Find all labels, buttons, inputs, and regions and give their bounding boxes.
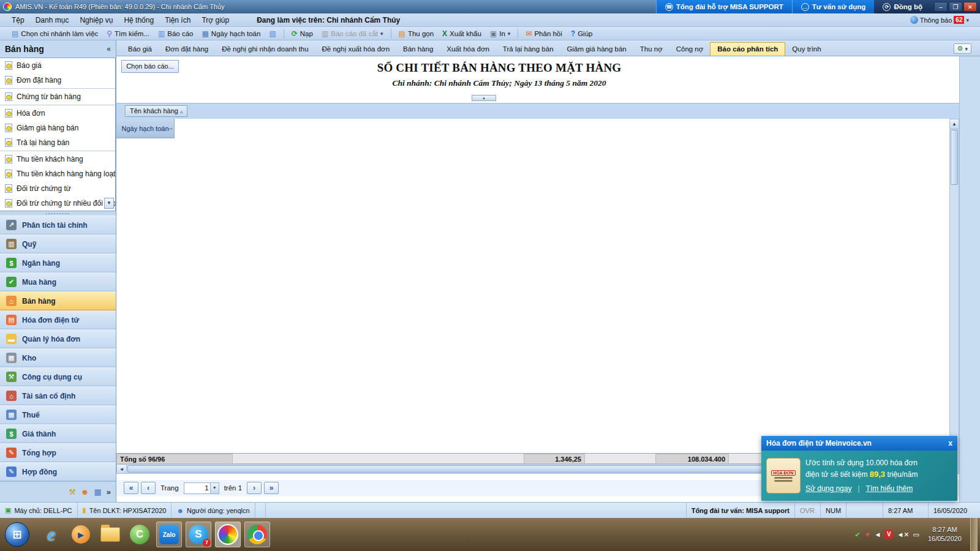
show-desktop-button[interactable] <box>970 518 978 551</box>
module-Ngân hàng[interactable]: $Ngân hàng <box>0 253 116 272</box>
prev-page-button[interactable]: ‹ <box>141 482 156 494</box>
tab-Quy trình[interactable]: Quy trình <box>785 43 827 56</box>
sidebar-item-Giảm giá hàng bán[interactable]: Giảm giá hàng bán <box>0 121 115 135</box>
next-page-button[interactable]: › <box>247 482 262 494</box>
sidebar-item-Thu tiền khách hàng hàng loạt[interactable]: Thu tiền khách hàng hàng loạt <box>0 167 115 181</box>
module-Hợp đồng[interactable]: ✎Hợp đồng <box>0 462 116 481</box>
use-now-link[interactable]: Sử dụng ngay <box>805 483 851 495</box>
reload-button[interactable]: ⟳Nạp <box>287 29 317 39</box>
menu-item-Trợ giúp[interactable]: Trợ giúp <box>196 15 235 26</box>
tray-check-icon[interactable]: ✔ <box>854 531 860 539</box>
tab-Báo cáo phân tích[interactable]: Báo cáo phân tích <box>710 42 785 56</box>
skype-icon[interactable]: S 7 <box>186 522 211 547</box>
tray-speaker-icon[interactable]: ◄ <box>875 531 881 538</box>
menu-item-Hệ thống[interactable]: Hệ thống <box>118 15 159 26</box>
menu-item-Tệp[interactable]: Tệp <box>6 15 30 26</box>
tab-Đơn đặt hàng[interactable]: Đơn đặt hàng <box>159 43 215 56</box>
media-player-icon[interactable]: ▶ <box>68 522 94 547</box>
saved-report-button[interactable]: ▥Báo cáo đã cắt▾ <box>317 29 388 39</box>
sidebar-item-Thu tiền khách hàng[interactable]: Thu tiền khách hàng <box>0 152 115 167</box>
help-button[interactable]: ?Giúp <box>567 29 597 39</box>
start-button[interactable]: ⊞ <box>5 522 29 547</box>
module-Mua hàng[interactable]: ✔Mua hàng <box>0 272 116 291</box>
tab-Đề nghị xuất hóa đơn[interactable]: Đề nghị xuất hóa đơn <box>315 43 396 56</box>
sidebar-item-Báo giá[interactable]: Báo giá <box>0 58 115 73</box>
feedback-button[interactable]: ✉Phản hồi <box>521 29 566 39</box>
vertical-scroll-thumb[interactable] <box>951 130 958 185</box>
module-Thuế[interactable]: ▦Thuế <box>0 405 116 424</box>
collapse-button[interactable]: ▤Thu gọn <box>394 29 439 39</box>
module-Tổng hợp[interactable]: ✎Tổng hợp <box>0 443 116 462</box>
module-Giá thành[interactable]: $Giá thành <box>0 424 116 443</box>
more-reports-dropdown[interactable]: ▼ <box>104 198 114 209</box>
column-header-date[interactable]: Ngày hạch toán⊸ <box>116 119 175 138</box>
report-button[interactable]: ▥Báo cáo <box>154 29 198 39</box>
first-page-button[interactable]: « <box>124 482 138 494</box>
org-mini-icon[interactable]: ▦ <box>94 487 101 497</box>
tab-Thu nợ[interactable]: Thu nợ <box>633 43 669 56</box>
sidebar-item-Đối trừ chứng từ[interactable]: Đối trừ chứng từ <box>0 181 115 196</box>
pin-icon[interactable]: ⊸ <box>168 125 173 132</box>
chevron-down-icon[interactable]: ▾ <box>966 17 969 23</box>
tray-network-icon[interactable]: ▭ <box>913 531 919 539</box>
sidebar-item-Đối trừ chứng từ nhiều đối tượng[interactable]: Đối trừ chứng từ nhiều đối tượng <box>0 196 115 211</box>
dropdown-arrow-icon[interactable]: ▾ <box>508 31 511 37</box>
scroll-left-icon[interactable]: ◄ <box>117 465 127 473</box>
menu-item-Tiện ích[interactable]: Tiện ích <box>159 15 196 26</box>
tab-Trả lại hàng bán[interactable]: Trả lại hàng bán <box>496 43 560 56</box>
print-button[interactable]: ▣In▾ <box>486 29 514 39</box>
posting-date-button[interactable]: ▦Ngày hạch toán <box>198 29 265 39</box>
vertical-scrollbar[interactable]: ▲ <box>949 119 959 474</box>
module-Kho[interactable]: ▦Kho <box>0 348 116 367</box>
module-Công cụ dụng cụ[interactable]: ⚒Công cụ dụng cụ <box>0 367 116 386</box>
choose-branch-button[interactable]: ▤Chọn chi nhánh làm việc <box>7 29 102 39</box>
tab-Xuất hóa đơn[interactable]: Xuất hóa đơn <box>440 43 496 56</box>
chrome-icon[interactable] <box>244 522 270 547</box>
taskbar-clock[interactable]: 8:27 AM 16/05/2020 <box>928 525 962 544</box>
group-by-chip[interactable]: Tên khách hàng ▵ <box>125 105 187 117</box>
tray-v-icon[interactable]: V <box>884 530 893 539</box>
sidebar-splitter[interactable]: ▪▪▪▪▪▪▪▪▪ <box>0 211 116 216</box>
popup-close-icon[interactable]: x <box>948 439 952 448</box>
tab-Công nợ[interactable]: Công nợ <box>669 43 710 56</box>
tray-shield-icon[interactable]: ▼ <box>864 531 871 538</box>
module-Quỹ[interactable]: ▥Quỹ <box>0 234 116 253</box>
page-dropdown-icon[interactable]: ▼ <box>210 483 219 493</box>
tray-mute-icon[interactable]: ◄✕ <box>897 531 909 539</box>
notification-button[interactable]: Thông báo 62 ▾ <box>910 16 969 24</box>
scroll-up-icon[interactable]: ▲ <box>950 119 959 129</box>
view-report-button[interactable]: ▧ <box>265 29 280 39</box>
explorer-icon[interactable] <box>97 522 123 547</box>
tab-Đề nghị ghi nhận doanh thu[interactable]: Đề nghị ghi nhận doanh thu <box>215 43 315 56</box>
sync-button[interactable]: ⟳ Đồng bộ <box>874 0 931 13</box>
more-modules-icon[interactable]: » <box>107 487 111 497</box>
tab-settings-button[interactable]: ⚙ ▾ <box>954 43 971 54</box>
module-Phân tích tài chính[interactable]: ↗Phân tích tài chính <box>0 216 116 234</box>
sidebar-item-Hóa đơn[interactable]: Hóa đơn <box>0 106 115 121</box>
tab-Bán hàng[interactable]: Bán hàng <box>396 43 440 56</box>
close-button[interactable]: ✕ <box>963 2 977 12</box>
consult-button[interactable]: … Tư vấn sử dụng <box>792 0 875 13</box>
restore-button[interactable]: ❐ <box>949 2 962 12</box>
module-Hóa đơn điện tử[interactable]: ▤Hóa đơn điện tử <box>0 310 116 329</box>
tools-mini-icon[interactable]: ⚒ <box>69 487 76 497</box>
misa-amis-icon[interactable] <box>215 522 241 547</box>
coccoc-icon[interactable]: C <box>127 522 153 547</box>
minimize-button[interactable]: – <box>934 2 948 12</box>
support-hotline-button[interactable]: ☎ Tổng đài hỗ trợ MISA SUPPORT <box>656 0 792 13</box>
sidebar-item-Trả lại hàng bán[interactable]: Trả lại hàng bán <box>0 135 115 150</box>
tab-Báo giá[interactable]: Báo giá <box>121 43 159 56</box>
tab-Giảm giá hàng bán[interactable]: Giảm giá hàng bán <box>560 43 633 56</box>
page-number-input[interactable]: 1 ▼ <box>184 482 219 494</box>
sidebar-item-Chứng từ bán hàng[interactable]: Chứng từ bán hàng <box>0 89 115 104</box>
users-mini-icon[interactable]: ☻ <box>81 487 89 497</box>
sidebar-item-Đơn đặt hàng[interactable]: Đơn đặt hàng <box>0 73 115 88</box>
dropdown-arrow-icon[interactable]: ▾ <box>380 31 383 37</box>
ie-icon[interactable]: e <box>39 522 64 547</box>
collapse-sidebar-icon[interactable]: « <box>107 45 111 53</box>
collapse-parameters-button[interactable]: ▲ <box>472 95 496 101</box>
learn-more-link[interactable]: Tìm hiểu thêm <box>866 483 913 495</box>
module-Bán hàng[interactable]: ⌂Bán hàng <box>0 291 116 310</box>
last-page-button[interactable]: » <box>264 482 279 494</box>
menu-item-Nghiệp vụ[interactable]: Nghiệp vụ <box>74 15 118 26</box>
